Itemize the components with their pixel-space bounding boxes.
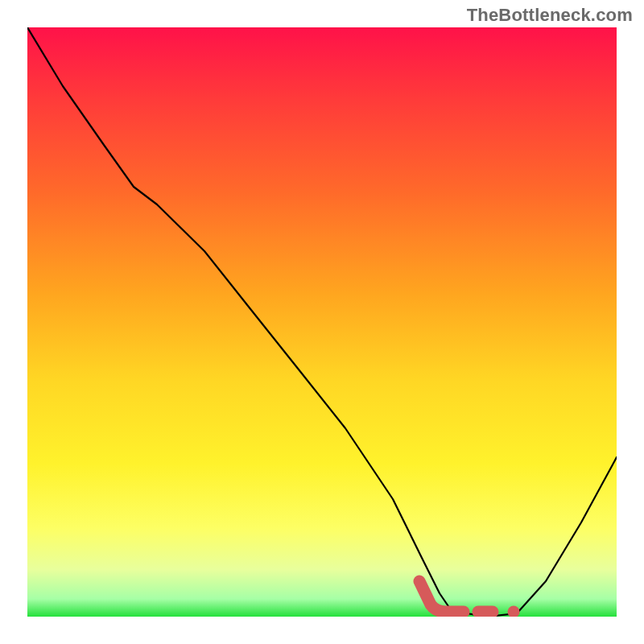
plot-area	[27, 27, 617, 617]
compatibility-marker-group	[419, 581, 493, 612]
bottleneck-curve	[27, 27, 617, 617]
curve-layer	[27, 27, 617, 617]
watermark-text: TheBottleneck.com	[467, 5, 633, 26]
compat-marker-dot	[508, 606, 520, 617]
chart-container: TheBottleneck.com	[0, 0, 644, 644]
